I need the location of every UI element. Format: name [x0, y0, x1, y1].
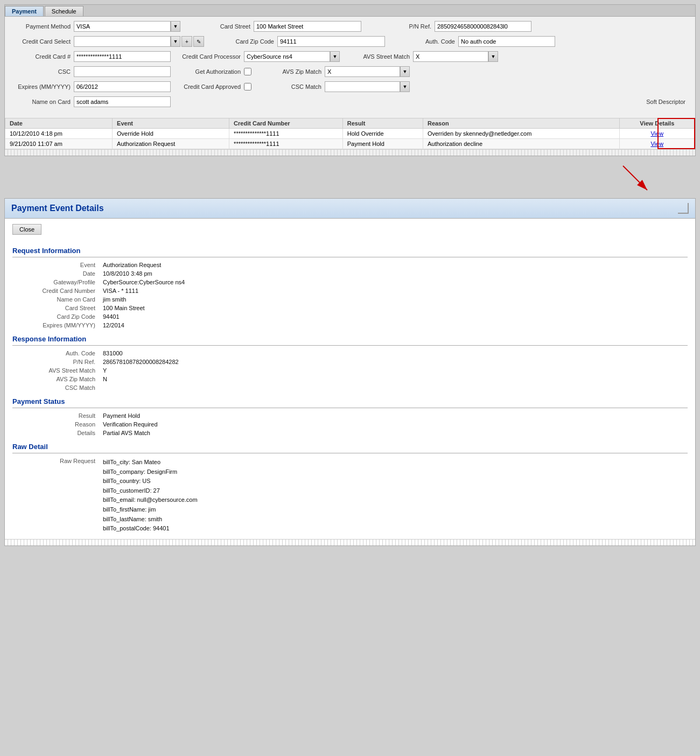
raw-line-6: billTo_lastName: smith [103, 516, 162, 522]
avs-zip-input[interactable] [325, 66, 400, 77]
col-view-details: View Details [619, 118, 695, 129]
torn-edge-top [5, 149, 695, 156]
detail-panel: Payment Event Details Close Request Info… [4, 198, 696, 546]
raw-line-1: billTo_company: DesignFirm [103, 468, 177, 475]
cc-processor-input[interactable] [244, 51, 330, 62]
payment-method-dropdown[interactable]: ▼ [171, 21, 180, 32]
detail-header: Payment Event Details [5, 199, 695, 219]
raw-request-label: Raw Request [12, 458, 99, 534]
card-street-input[interactable] [254, 21, 361, 32]
req-event-label: Event [12, 262, 99, 268]
credit-card-select-label: Credit Card Select [11, 38, 71, 45]
torn-edge-bottom [5, 539, 695, 545]
row2-event: Authorization Request [113, 139, 229, 149]
soft-descriptor-label: Soft Descriptor [626, 99, 685, 105]
resp-avs-zip-label: AVS Zip Match [12, 376, 99, 382]
ps-details-label: Details [12, 430, 99, 436]
detail-header-arrow-target [678, 203, 689, 214]
table-row: 9/21/2010 11:07 am Authorization Request… [5, 139, 695, 149]
history-table: Date Event Credit Card Number Result Rea… [5, 118, 695, 149]
req-zip-value: 94401 [103, 313, 688, 320]
tab-schedule[interactable]: Schedule [45, 6, 83, 16]
csc-match-dropdown[interactable]: ▼ [400, 81, 410, 92]
resp-authcode-label: Auth. Code [12, 350, 99, 356]
resp-csc-label: CSC Match [12, 384, 99, 391]
credit-card-num-row: Credit Card # [11, 51, 171, 62]
col-cc-number: Credit Card Number [229, 118, 343, 129]
credit-card-num-input[interactable] [74, 51, 171, 62]
ps-result-value: Payment Hold [103, 412, 688, 419]
payment-method-row: Payment Method ▼ [11, 21, 180, 32]
col-date: Date [5, 118, 113, 129]
card-zip-input[interactable] [277, 36, 385, 47]
avs-street-label: AVS Street Match [351, 53, 410, 60]
edit-cc-btn[interactable]: ✎ [193, 36, 204, 47]
row1-reason: Overriden by skennedy@netledger.com [423, 129, 619, 139]
cc-processor-row: Credit Card Processor ▼ [181, 51, 340, 62]
pn-ref-row: P/N Ref. [372, 21, 531, 32]
card-street-label: Card Street [191, 23, 250, 30]
col-result: Result [342, 118, 423, 129]
payment-method-input[interactable] [74, 21, 171, 32]
payment-method-label: Payment Method [11, 23, 71, 30]
resp-avs-street-value: Y [103, 367, 688, 374]
auth-code-row: Auth. Code [396, 36, 555, 47]
card-zip-row: Card Zip Code [215, 36, 385, 47]
cc-processor-dropdown[interactable]: ▼ [330, 51, 340, 62]
table-row: 10/12/2010 4:18 pm Override Hold *******… [5, 129, 695, 139]
csc-input[interactable] [74, 66, 171, 77]
expires-label: Expires (MM/YYYY) [11, 83, 71, 90]
credit-card-select-input[interactable] [74, 36, 171, 47]
cc-approved-checkbox[interactable] [244, 83, 251, 90]
avs-zip-row: AVS Zip Match ▼ [262, 66, 410, 77]
arrow-indicator [505, 160, 666, 198]
req-date-value: 10/8/2010 3:48 pm [103, 270, 688, 277]
cc-approved-label: Credit Card Approved [181, 83, 241, 90]
expires-input[interactable] [74, 81, 171, 92]
row1-event: Override Hold [113, 129, 229, 139]
row2-view[interactable]: View [619, 139, 695, 149]
resp-csc-value [103, 384, 688, 391]
expires-row: Expires (MM/YYYY) [11, 81, 171, 92]
name-on-card-input[interactable] [74, 96, 171, 107]
row1-cc: **************1111 [229, 129, 343, 139]
req-street-value: 100 Main Street [103, 305, 688, 311]
req-zip-label: Card Zip Code [12, 313, 99, 320]
req-name-label: Name on Card [12, 296, 99, 303]
response-section-title: Response Information [12, 335, 688, 346]
raw-line-2: billTo_country: US [103, 478, 151, 484]
get-auth-checkbox[interactable] [244, 68, 251, 75]
raw-line-4: billTo_email: null@cybersource.com [103, 496, 198, 503]
req-street-label: Card Street [12, 305, 99, 311]
avs-street-dropdown[interactable]: ▼ [488, 51, 498, 62]
col-reason: Reason [423, 118, 619, 129]
close-button[interactable]: Close [12, 224, 41, 235]
request-section-title: Request Information [12, 247, 688, 257]
row1-result: Hold Override [342, 129, 423, 139]
credit-card-select-dropdown[interactable]: ▼ [171, 36, 180, 47]
get-auth-label: Get Authorization [181, 68, 241, 75]
req-name-value: jim smith [103, 296, 688, 303]
raw-detail-section-title: Raw Detail [12, 443, 688, 453]
avs-street-row: AVS Street Match ▼ [351, 51, 498, 62]
add-cc-btn[interactable]: + [181, 36, 192, 47]
req-gateway-label: Gateway/Profile [12, 279, 99, 285]
avs-zip-dropdown[interactable]: ▼ [400, 66, 410, 77]
row1-view[interactable]: View [619, 129, 695, 139]
pn-ref-input[interactable] [435, 21, 531, 32]
auth-code-label: Auth. Code [396, 38, 455, 45]
tab-payment[interactable]: Payment [5, 6, 44, 16]
row1-date: 10/12/2010 4:18 pm [5, 129, 113, 139]
csc-match-input[interactable] [325, 81, 400, 92]
payment-status-grid: Result Payment Hold Reason Verification … [12, 412, 688, 436]
col-event: Event [113, 118, 229, 129]
avs-street-input[interactable] [413, 51, 488, 62]
avs-zip-label: AVS Zip Match [262, 68, 321, 75]
name-on-card-row: Name on Card [11, 96, 171, 107]
resp-avs-street-label: AVS Street Match [12, 367, 99, 374]
auth-code-input[interactable] [458, 36, 555, 47]
resp-avs-zip-value: N [103, 376, 688, 382]
top-panel: Payment Schedule Payment Method ▼ Card S… [4, 4, 696, 156]
req-expires-label: Expires (MM/YYYY) [12, 322, 99, 328]
raw-request-grid: Raw Request billTo_city: San Mateo billT… [12, 458, 688, 534]
